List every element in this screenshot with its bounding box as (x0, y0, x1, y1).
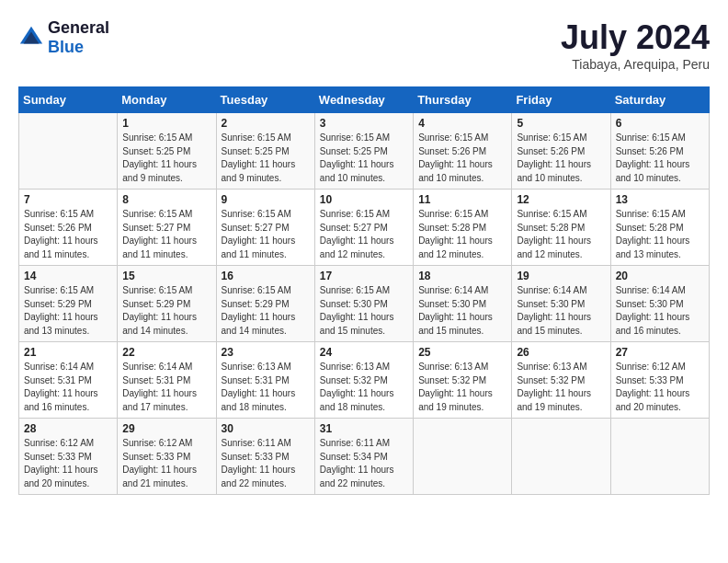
calendar-cell-4-2: 30Sunrise: 6:11 AMSunset: 5:33 PMDayligh… (216, 419, 314, 495)
day-info: Sunrise: 6:14 AMSunset: 5:31 PMDaylight:… (24, 361, 112, 414)
day-number: 16 (222, 270, 310, 282)
week-row-5: 28Sunrise: 6:12 AMSunset: 5:33 PMDayligh… (19, 419, 710, 495)
day-number: 2 (222, 117, 310, 130)
header-saturday: Saturday (610, 87, 709, 113)
calendar-cell-3-4: 25Sunrise: 6:13 AMSunset: 5:32 PMDayligh… (414, 342, 512, 419)
calendar-cell-3-3: 24Sunrise: 6:13 AMSunset: 5:32 PMDayligh… (314, 342, 413, 419)
day-info: Sunrise: 6:12 AMSunset: 5:33 PMDaylight:… (122, 437, 210, 490)
header-row: SundayMondayTuesdayWednesdayThursdayFrid… (19, 87, 710, 113)
day-info: Sunrise: 6:15 AMSunset: 5:29 PMDaylight:… (24, 284, 112, 338)
day-number: 27 (616, 346, 704, 359)
header-thursday: Thursday (414, 87, 512, 113)
calendar-cell-1-3: 10Sunrise: 6:15 AMSunset: 5:27 PMDayligh… (314, 190, 413, 266)
day-number: 4 (418, 117, 506, 130)
day-number: 8 (122, 193, 210, 206)
calendar-cell-2-4: 18Sunrise: 6:14 AMSunset: 5:30 PMDayligh… (414, 266, 512, 342)
page-header: General Blue July 2024 Tiabaya, Arequipa… (18, 18, 710, 72)
day-info: Sunrise: 6:12 AMSunset: 5:33 PMDaylight:… (616, 361, 704, 414)
day-info: Sunrise: 6:14 AMSunset: 5:30 PMDaylight:… (517, 284, 605, 338)
day-number: 22 (122, 346, 210, 359)
location-subtitle: Tiabaya, Arequipa, Peru (561, 57, 710, 72)
week-row-4: 21Sunrise: 6:14 AMSunset: 5:31 PMDayligh… (19, 342, 710, 419)
day-info: Sunrise: 6:14 AMSunset: 5:30 PMDaylight:… (616, 284, 704, 338)
day-info: Sunrise: 6:15 AMSunset: 5:26 PMDaylight:… (24, 208, 112, 261)
day-number: 30 (222, 422, 310, 435)
calendar-cell-3-5: 26Sunrise: 6:13 AMSunset: 5:32 PMDayligh… (512, 342, 610, 419)
calendar-cell-3-1: 22Sunrise: 6:14 AMSunset: 5:31 PMDayligh… (118, 342, 216, 419)
calendar-cell-4-3: 31Sunrise: 6:11 AMSunset: 5:34 PMDayligh… (314, 419, 413, 495)
day-info: Sunrise: 6:15 AMSunset: 5:26 PMDaylight:… (418, 132, 506, 185)
day-number: 26 (517, 346, 605, 359)
calendar-cell-0-0 (19, 113, 118, 190)
day-number: 1 (122, 117, 210, 130)
calendar-cell-1-6: 13Sunrise: 6:15 AMSunset: 5:28 PMDayligh… (610, 190, 709, 266)
day-number: 23 (222, 346, 310, 359)
day-number: 12 (517, 193, 605, 206)
day-info: Sunrise: 6:13 AMSunset: 5:32 PMDaylight:… (517, 361, 605, 414)
calendar-cell-0-2: 2Sunrise: 6:15 AMSunset: 5:25 PMDaylight… (216, 113, 314, 190)
calendar-cell-2-6: 20Sunrise: 6:14 AMSunset: 5:30 PMDayligh… (610, 266, 709, 342)
calendar-table: SundayMondayTuesdayWednesdayThursdayFrid… (18, 86, 710, 495)
day-number: 29 (122, 422, 210, 435)
day-info: Sunrise: 6:13 AMSunset: 5:32 PMDaylight:… (418, 361, 506, 414)
day-info: Sunrise: 6:12 AMSunset: 5:33 PMDaylight:… (24, 437, 112, 490)
week-row-3: 14Sunrise: 6:15 AMSunset: 5:29 PMDayligh… (19, 266, 710, 342)
logo-blue: Blue (48, 38, 84, 56)
day-number: 18 (418, 270, 506, 282)
logo-text: General Blue (48, 18, 109, 57)
header-wednesday: Wednesday (314, 87, 413, 113)
day-number: 28 (24, 422, 112, 435)
logo-icon (18, 25, 44, 51)
day-info: Sunrise: 6:15 AMSunset: 5:28 PMDaylight:… (517, 208, 605, 261)
day-info: Sunrise: 6:13 AMSunset: 5:31 PMDaylight:… (222, 361, 310, 414)
day-info: Sunrise: 6:15 AMSunset: 5:30 PMDaylight:… (320, 284, 408, 338)
day-number: 3 (320, 117, 408, 130)
calendar-cell-0-3: 3Sunrise: 6:15 AMSunset: 5:25 PMDaylight… (314, 113, 413, 190)
day-number: 11 (418, 193, 506, 206)
day-info: Sunrise: 6:14 AMSunset: 5:31 PMDaylight:… (122, 361, 210, 414)
day-number: 9 (222, 193, 310, 206)
day-info: Sunrise: 6:15 AMSunset: 5:25 PMDaylight:… (320, 132, 408, 185)
calendar-cell-1-5: 12Sunrise: 6:15 AMSunset: 5:28 PMDayligh… (512, 190, 610, 266)
calendar-cell-4-5 (512, 419, 610, 495)
day-info: Sunrise: 6:15 AMSunset: 5:28 PMDaylight:… (418, 208, 506, 261)
calendar-cell-1-4: 11Sunrise: 6:15 AMSunset: 5:28 PMDayligh… (414, 190, 512, 266)
calendar-cell-2-2: 16Sunrise: 6:15 AMSunset: 5:29 PMDayligh… (216, 266, 314, 342)
day-info: Sunrise: 6:15 AMSunset: 5:29 PMDaylight:… (222, 284, 310, 338)
day-number: 31 (320, 422, 408, 435)
header-tuesday: Tuesday (216, 87, 314, 113)
day-number: 7 (24, 193, 112, 206)
day-number: 20 (616, 270, 704, 282)
calendar-cell-4-1: 29Sunrise: 6:12 AMSunset: 5:33 PMDayligh… (118, 419, 216, 495)
day-info: Sunrise: 6:11 AMSunset: 5:33 PMDaylight:… (222, 437, 310, 490)
day-number: 17 (320, 270, 408, 282)
calendar-cell-4-4 (414, 419, 512, 495)
week-row-1: 1Sunrise: 6:15 AMSunset: 5:25 PMDaylight… (19, 113, 710, 190)
month-year-title: July 2024 (561, 18, 710, 57)
calendar-cell-3-0: 21Sunrise: 6:14 AMSunset: 5:31 PMDayligh… (19, 342, 118, 419)
header-sunday: Sunday (19, 87, 118, 113)
day-number: 5 (517, 117, 605, 130)
day-number: 24 (320, 346, 408, 359)
logo: General Blue (18, 18, 109, 57)
calendar-cell-2-5: 19Sunrise: 6:14 AMSunset: 5:30 PMDayligh… (512, 266, 610, 342)
day-number: 25 (418, 346, 506, 359)
day-number: 15 (122, 270, 210, 282)
header-friday: Friday (512, 87, 610, 113)
day-info: Sunrise: 6:15 AMSunset: 5:27 PMDaylight:… (222, 208, 310, 261)
calendar-cell-1-2: 9Sunrise: 6:15 AMSunset: 5:27 PMDaylight… (216, 190, 314, 266)
day-info: Sunrise: 6:15 AMSunset: 5:25 PMDaylight:… (122, 132, 210, 185)
day-info: Sunrise: 6:15 AMSunset: 5:29 PMDaylight:… (122, 284, 210, 338)
day-info: Sunrise: 6:15 AMSunset: 5:28 PMDaylight:… (616, 208, 704, 261)
day-number: 21 (24, 346, 112, 359)
calendar-cell-1-0: 7Sunrise: 6:15 AMSunset: 5:26 PMDaylight… (19, 190, 118, 266)
day-info: Sunrise: 6:13 AMSunset: 5:32 PMDaylight:… (320, 361, 408, 414)
header-monday: Monday (118, 87, 216, 113)
calendar-cell-2-0: 14Sunrise: 6:15 AMSunset: 5:29 PMDayligh… (19, 266, 118, 342)
calendar-cell-2-3: 17Sunrise: 6:15 AMSunset: 5:30 PMDayligh… (314, 266, 413, 342)
calendar-cell-4-6 (610, 419, 709, 495)
day-number: 10 (320, 193, 408, 206)
day-info: Sunrise: 6:14 AMSunset: 5:30 PMDaylight:… (418, 284, 506, 338)
logo-general: General (48, 18, 109, 37)
day-info: Sunrise: 6:15 AMSunset: 5:25 PMDaylight:… (222, 132, 310, 185)
